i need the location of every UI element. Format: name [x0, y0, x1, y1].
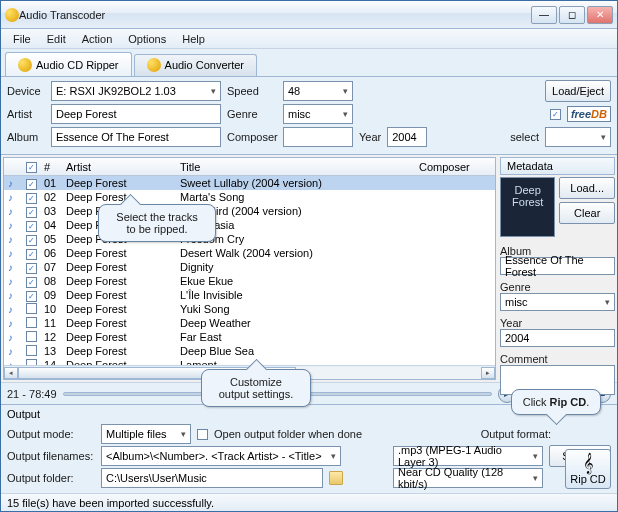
- close-button[interactable]: ✕: [587, 6, 613, 24]
- track-check[interactable]: [26, 359, 37, 366]
- table-row[interactable]: ♪12Deep ForestFar East: [4, 330, 495, 344]
- device-combo[interactable]: E: RSXI JK92BOL2 1.03: [51, 81, 221, 101]
- output-mode-combo[interactable]: Multiple files: [101, 424, 191, 444]
- track-check[interactable]: [26, 345, 37, 356]
- track-check[interactable]: [26, 317, 37, 328]
- meta-genre-combo[interactable]: misc: [500, 293, 615, 311]
- load-metadata-button[interactable]: Load...: [559, 177, 615, 199]
- table-row[interactable]: ♪13Deep ForestDeep Blue Sea: [4, 344, 495, 358]
- music-note-icon: ♪: [8, 248, 13, 259]
- freedb-logo[interactable]: freeDB: [567, 106, 611, 122]
- music-note-icon: ♪: [8, 220, 13, 231]
- track-check[interactable]: [26, 303, 37, 314]
- album-cover[interactable]: Deep Forest: [500, 177, 555, 237]
- track-num: 11: [40, 317, 62, 329]
- col-title[interactable]: Title: [176, 161, 415, 173]
- table-row[interactable]: ♪✓02Deep ForestMarta's Song: [4, 190, 495, 204]
- track-check[interactable]: ✓: [26, 291, 37, 302]
- meta-album-field[interactable]: Essence Of The Forest: [500, 257, 615, 275]
- menu-edit[interactable]: Edit: [39, 31, 74, 47]
- track-check[interactable]: ✓: [26, 207, 37, 218]
- menu-help[interactable]: Help: [174, 31, 213, 47]
- meta-year-label: Year: [500, 317, 615, 329]
- folder-field[interactable]: C:\Users\User\Music: [101, 468, 323, 488]
- table-row[interactable]: ♪10Deep ForestYuki Song: [4, 302, 495, 316]
- filenames-combo[interactable]: <Album>\<Number>. <Track Artist> - <Titl…: [101, 446, 341, 466]
- menu-action[interactable]: Action: [74, 31, 121, 47]
- speed-combo[interactable]: 48: [283, 81, 353, 101]
- treble-clef-icon: 𝄞: [583, 454, 594, 472]
- filenames-label: Output filenames:: [7, 450, 95, 462]
- table-row[interactable]: ♪11Deep ForestDeep Weather: [4, 316, 495, 330]
- quality-combo[interactable]: Near CD Quality (128 kbit/s): [393, 468, 543, 488]
- track-check[interactable]: ✓: [26, 249, 37, 260]
- track-title: Sweet Lullaby (2004 version): [176, 177, 415, 189]
- year-field[interactable]: 2004: [387, 127, 427, 147]
- callout-rip: Click Rip CD.: [511, 389, 601, 415]
- track-title: Lament: [176, 359, 415, 365]
- table-row[interactable]: ♪✓06Deep ForestDesert Walk (2004 version…: [4, 246, 495, 260]
- track-num: 03: [40, 205, 62, 217]
- track-title: Dignity: [176, 261, 415, 273]
- select-combo[interactable]: [545, 127, 611, 147]
- track-check[interactable]: ✓: [26, 235, 37, 246]
- track-check[interactable]: ✓: [26, 179, 37, 190]
- table-row[interactable]: ♪✓07Deep ForestDignity: [4, 260, 495, 274]
- rip-cd-button[interactable]: 𝄞 Rip CD: [565, 449, 611, 489]
- scroll-right-icon[interactable]: ▸: [481, 367, 495, 379]
- clear-metadata-button[interactable]: Clear: [559, 202, 615, 224]
- load-eject-button[interactable]: Load/Eject: [545, 80, 611, 102]
- composer-field[interactable]: [283, 127, 353, 147]
- output-panel: Customize output settings. Click Rip CD.…: [1, 404, 617, 493]
- track-title: Ekue Ekue: [176, 275, 415, 287]
- format-combo[interactable]: .mp3 (MPEG-1 Audio Layer 3): [393, 446, 543, 466]
- track-artist: Deep Forest: [62, 247, 176, 259]
- maximize-button[interactable]: ◻: [559, 6, 585, 24]
- track-artist: Deep Forest: [62, 177, 176, 189]
- table-row[interactable]: ♪✓03Deep ForestNight Bird (2004 version): [4, 204, 495, 218]
- main-area: ✓ # Artist Title Composer Select the tra…: [1, 155, 617, 382]
- cd-icon: [18, 58, 32, 72]
- meta-year-field[interactable]: 2004: [500, 329, 615, 347]
- menu-file[interactable]: File: [5, 31, 39, 47]
- browse-folder-icon[interactable]: [329, 471, 343, 485]
- track-check[interactable]: ✓: [26, 277, 37, 288]
- freedb-check[interactable]: ✓: [550, 109, 561, 120]
- col-num[interactable]: #: [40, 161, 62, 173]
- minimize-button[interactable]: —: [531, 6, 557, 24]
- album-field[interactable]: Essence Of The Forest: [51, 127, 221, 147]
- track-check[interactable]: [26, 331, 37, 342]
- callout-output: Customize output settings.: [201, 369, 311, 407]
- titlebar[interactable]: Audio Transcoder — ◻ ✕: [1, 1, 617, 29]
- track-num: 08: [40, 275, 62, 287]
- track-check[interactable]: ✓: [26, 221, 37, 232]
- table-row[interactable]: ♪✓05Deep ForestFreedom Cry: [4, 232, 495, 246]
- tab-converter[interactable]: Audio Converter: [134, 54, 258, 76]
- table-row[interactable]: ♪✓04Deep ForestAnasthasia: [4, 218, 495, 232]
- converter-icon: [147, 58, 161, 72]
- track-check[interactable]: ✓: [26, 263, 37, 274]
- year-label: Year: [359, 131, 381, 143]
- open-folder-check[interactable]: [197, 429, 208, 440]
- select-label: select: [510, 131, 539, 143]
- table-row[interactable]: ♪✓08Deep ForestEkue Ekue: [4, 274, 495, 288]
- music-note-icon: ♪: [8, 346, 13, 357]
- artist-field[interactable]: Deep Forest: [51, 104, 221, 124]
- track-num: 01: [40, 177, 62, 189]
- table-row[interactable]: ♪✓01Deep ForestSweet Lullaby (2004 versi…: [4, 176, 495, 190]
- table-row[interactable]: ♪✓09Deep ForestL'Île Invisible: [4, 288, 495, 302]
- album-label: Album: [7, 131, 45, 143]
- tab-cd-ripper[interactable]: Audio CD Ripper: [5, 52, 132, 76]
- track-artist: Deep Forest: [62, 261, 176, 273]
- track-title: Marta's Song: [176, 191, 415, 203]
- track-title: Yuki Song: [176, 303, 415, 315]
- col-artist[interactable]: Artist: [62, 161, 176, 173]
- check-all[interactable]: ✓: [26, 162, 37, 173]
- genre-combo[interactable]: misc: [283, 104, 353, 124]
- track-check[interactable]: ✓: [26, 193, 37, 204]
- device-toolbar: Device E: RSXI JK92BOL2 1.03 Speed 48 Lo…: [1, 77, 617, 155]
- table-body[interactable]: Select the tracks to be ripped. ♪✓01Deep…: [4, 176, 495, 365]
- menu-options[interactable]: Options: [120, 31, 174, 47]
- scroll-left-icon[interactable]: ◂: [4, 367, 18, 379]
- col-composer[interactable]: Composer: [415, 161, 495, 173]
